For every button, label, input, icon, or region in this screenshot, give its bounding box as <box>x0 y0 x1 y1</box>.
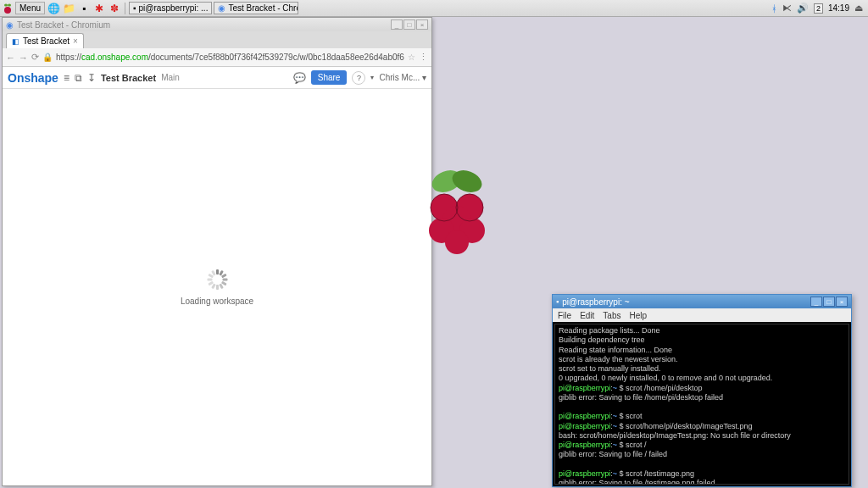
terminal-menu-help[interactable]: Help <box>629 311 647 320</box>
bluetooth-icon[interactable]: ᚼ <box>771 3 777 14</box>
back-button[interactable]: ← <box>6 53 15 63</box>
tab-title: Test Bracket <box>23 36 70 46</box>
chromium-icon: ◉ <box>6 20 14 30</box>
volume-icon[interactable]: 🔊 <box>797 3 809 14</box>
separator <box>125 3 125 14</box>
user-menu[interactable]: Chris Mc... ▾ <box>379 73 426 82</box>
terminal-menu-tabs[interactable]: Tabs <box>603 311 620 320</box>
terminal-menu-file[interactable]: File <box>558 311 571 320</box>
terminal-menu-edit[interactable]: Edit <box>580 311 594 320</box>
terminal-title-icon: ▪ <box>556 297 559 306</box>
window-title: Test Bracket - Chromium <box>17 20 110 30</box>
svg-point-10 <box>445 230 469 254</box>
share-button[interactable]: Share <box>311 70 348 85</box>
url-path: /documents/7ce5f88b0f736f42f539279c/w/0b… <box>148 53 404 62</box>
chromium-small-icon: ◉ <box>218 3 225 13</box>
svg-point-2 <box>8 3 11 6</box>
bookmark-star-icon[interactable]: ☆ <box>408 53 415 62</box>
forward-button[interactable]: → <box>19 53 28 63</box>
onshape-header: Onshape ≡ ⧉ ↧ Test Bracket Main 💬 Share … <box>3 67 431 89</box>
terminal-menubar: File Edit Tabs Help <box>553 308 851 322</box>
files-icon[interactable]: 📁 <box>62 2 75 15</box>
onshape-content: Loading workspace <box>3 89 431 485</box>
chat-icon[interactable]: 💬 <box>293 72 306 84</box>
maximize-button[interactable]: □ <box>403 19 415 30</box>
close-button[interactable]: × <box>416 19 428 30</box>
user-name: Chris Mc... <box>379 73 420 82</box>
tree-icon[interactable]: ⧉ <box>75 72 82 84</box>
terminal-body[interactable]: Reading package lists... DoneBuilding de… <box>554 324 849 485</box>
terminal-close-button[interactable]: × <box>836 297 848 307</box>
clock[interactable]: 14:19 <box>828 3 849 13</box>
chromium-window: ◉ Test Bracket - Chromium _ □ × ◧ Test B… <box>2 17 432 486</box>
mathematica-icon[interactable]: ✱ <box>92 2 106 15</box>
svg-point-4 <box>449 169 485 196</box>
document-title[interactable]: Test Bracket <box>101 73 156 83</box>
terminal-title: pi@raspberrypi: ~ <box>562 297 629 307</box>
url-scheme: https:// <box>56 53 81 62</box>
onshape-logo[interactable]: Onshape <box>8 71 58 85</box>
svg-point-1 <box>4 3 8 6</box>
menu-icon[interactable]: ≡ <box>64 72 70 84</box>
url-field[interactable]: https://cad.onshape.com/documents/7ce5f8… <box>56 53 404 62</box>
help-button[interactable]: ? <box>352 71 365 85</box>
svg-point-0 <box>4 7 11 14</box>
desktop-rpi-logo <box>423 169 491 254</box>
taskbar-app-chromium[interactable]: ◉ Test Bracket - Chromi... <box>214 2 298 14</box>
rpi-menu-icon[interactable] <box>2 3 14 14</box>
chrome-menu-icon[interactable]: ⋮ <box>419 52 428 63</box>
browser-titlebar[interactable]: ◉ Test Bracket - Chromium _ □ × <box>3 18 431 31</box>
document-branch[interactable]: Main <box>161 73 180 82</box>
terminal-minimize-button[interactable]: _ <box>810 297 822 307</box>
taskbar: Menu 🌐 📁 ▪ ✱ ✽ ▪ pi@raspberrypi: ... ◉ T… <box>0 0 868 17</box>
loading-spinner <box>207 269 227 290</box>
insert-icon[interactable]: ↧ <box>87 72 96 84</box>
browser-tab[interactable]: ◧ Test Bracket × <box>6 33 84 48</box>
reload-button[interactable]: ⟳ <box>31 52 39 63</box>
url-host: cad.onshape.com <box>81 53 148 62</box>
terminal-window: ▪ pi@raspberrypi: ~ _ □ × File Edit Tabs… <box>552 294 852 487</box>
tab-close-icon[interactable]: × <box>73 36 78 46</box>
tab-strip: ◧ Test Bracket × <box>3 31 431 48</box>
lock-icon[interactable]: 🔒 <box>42 53 53 62</box>
taskbar-app-terminal[interactable]: ▪ pi@raspberrypi: ... <box>129 2 212 14</box>
taskbar-app-label: Test Bracket - Chromi... <box>228 3 298 13</box>
url-bar: ← → ⟳ 🔒 https://cad.onshape.com/document… <box>3 48 431 67</box>
menu-button[interactable]: Menu <box>15 2 45 14</box>
terminal-small-icon: ▪ <box>133 3 136 13</box>
cpu-meter[interactable]: 2 <box>814 3 823 14</box>
terminal-titlebar[interactable]: ▪ pi@raspberrypi: ~ _ □ × <box>553 295 851 308</box>
terminal-icon[interactable]: ▪ <box>77 2 91 15</box>
globe-icon[interactable]: 🌐 <box>47 2 60 15</box>
minimize-button[interactable]: _ <box>391 19 403 30</box>
terminal-maximize-button[interactable]: □ <box>823 297 835 307</box>
onshape-favicon: ◧ <box>12 37 19 46</box>
loading-text: Loading workspace <box>181 297 253 306</box>
taskbar-app-label: pi@raspberrypi: ... <box>139 3 209 13</box>
wifi-icon[interactable]: ⧔ <box>782 3 792 14</box>
wolfram-icon[interactable]: ✽ <box>108 2 121 15</box>
eject-icon[interactable]: ⏏ <box>854 3 863 14</box>
